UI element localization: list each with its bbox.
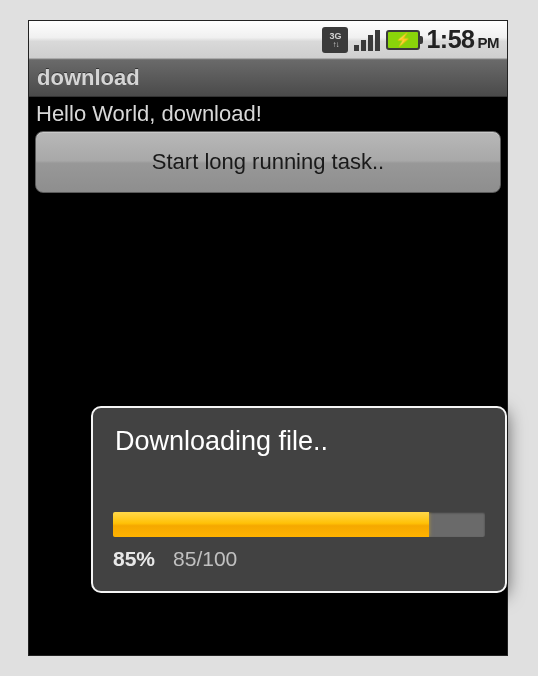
network-3g-icon: 3G ↑↓ xyxy=(322,27,348,53)
clock-ampm: PM xyxy=(478,34,500,51)
progress-fill xyxy=(113,512,429,537)
progress-text: 85% 85/100 xyxy=(113,547,485,571)
app-title-bar: download xyxy=(29,59,507,97)
phone-frame: 3G ↑↓ ⚡ 1:58 PM download Hello World, do… xyxy=(28,20,508,656)
clock: 1:58 PM xyxy=(426,25,499,54)
battery-bolt-icon: ⚡ xyxy=(395,33,411,46)
hello-text: Hello World, download! xyxy=(32,99,504,131)
app-title: download xyxy=(37,65,140,91)
battery-icon: ⚡ xyxy=(386,30,420,50)
dialog-title: Downloading file.. xyxy=(113,426,485,457)
content-area: Hello World, download! Start long runnin… xyxy=(29,97,507,195)
clock-time: 1:58 xyxy=(426,25,474,54)
signal-icon xyxy=(354,29,380,51)
start-task-button-label: Start long running task.. xyxy=(152,149,384,175)
start-task-button[interactable]: Start long running task.. xyxy=(35,131,501,193)
progress-bar xyxy=(113,512,485,537)
status-bar: 3G ↑↓ ⚡ 1:58 PM xyxy=(29,21,507,59)
progress-count: 85/100 xyxy=(173,547,237,571)
progress-dialog: Downloading file.. 85% 85/100 xyxy=(91,406,507,593)
network-arrows-icon: ↑↓ xyxy=(332,41,338,49)
progress-percent: 85% xyxy=(113,547,155,571)
